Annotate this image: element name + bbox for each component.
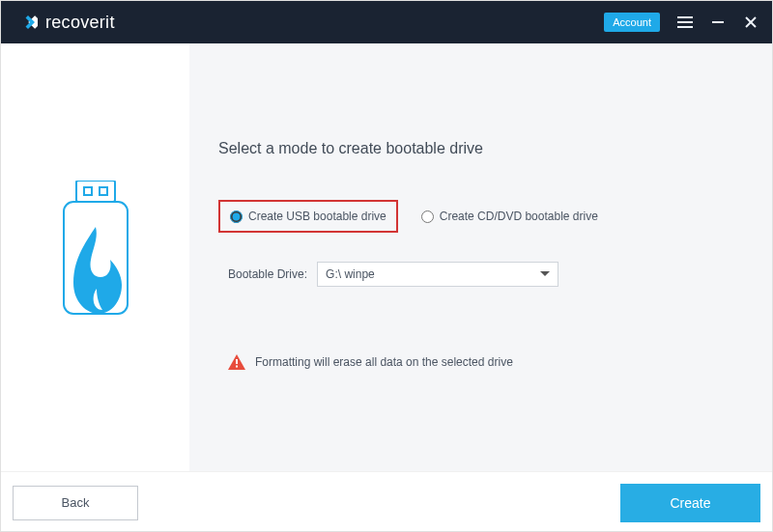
svg-rect-13	[236, 366, 238, 368]
highlighted-option: Create USB bootable drive	[218, 200, 398, 233]
radio-dvd-label: Create CD/DVD bootable drive	[440, 210, 598, 223]
warning-row: Formatting will erase all data on the se…	[228, 354, 743, 370]
recoverit-logo-icon	[18, 13, 38, 32]
titlebar: recoverit Account	[1, 1, 772, 43]
radio-dvd-input[interactable]	[421, 210, 434, 223]
drive-row: Bootable Drive: G:\ winpe	[228, 262, 743, 287]
radio-usb[interactable]: Create USB bootable drive	[230, 210, 386, 223]
minimize-icon[interactable]	[710, 14, 726, 30]
close-icon[interactable]	[743, 14, 759, 30]
mode-radio-row: Create USB bootable drive Create CD/DVD …	[218, 200, 598, 233]
right-panel: Select a mode to create bootable drive C…	[189, 43, 772, 471]
menu-icon[interactable]	[677, 14, 693, 30]
svg-rect-12	[236, 359, 238, 364]
usb-flame-icon	[52, 181, 139, 335]
warning-icon	[228, 354, 245, 370]
drive-label: Bootable Drive:	[228, 267, 307, 281]
left-panel	[1, 43, 189, 471]
drive-select[interactable]: G:\ winpe	[317, 262, 558, 287]
svg-rect-8	[76, 181, 115, 202]
brand-logo: recoverit	[18, 13, 115, 33]
body-area: Select a mode to create bootable drive C…	[1, 43, 772, 471]
account-button[interactable]: Account	[604, 13, 660, 32]
back-button[interactable]: Back	[13, 486, 138, 520]
footer: Back Create	[1, 471, 772, 532]
radio-usb-label: Create USB bootable drive	[248, 210, 386, 223]
warning-text: Formatting will erase all data on the se…	[255, 355, 513, 369]
svg-rect-9	[84, 187, 92, 195]
radio-dvd[interactable]: Create CD/DVD bootable drive	[421, 210, 598, 223]
radio-usb-input[interactable]	[230, 210, 243, 223]
page-heading: Select a mode to create bootable drive	[218, 140, 743, 157]
create-button[interactable]: Create	[620, 484, 760, 522]
svg-rect-10	[100, 187, 107, 195]
brand-text: recoverit	[45, 13, 115, 33]
